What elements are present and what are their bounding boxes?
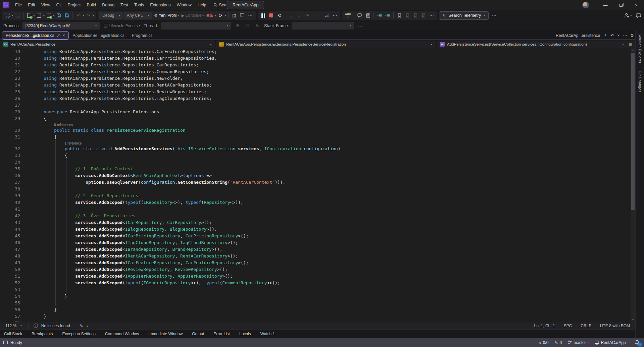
menu-file[interactable]: File xyxy=(12,0,25,10)
selection-margin[interactable] xyxy=(24,192,44,199)
scrollbar-thumb[interactable] xyxy=(631,53,635,210)
step-out-button[interactable]: ↑ xyxy=(311,11,319,19)
selection-margin[interactable] xyxy=(24,152,44,159)
chevron-down-icon[interactable]: ▾ xyxy=(34,14,35,17)
selection-margin[interactable] xyxy=(24,246,44,253)
window-search-button[interactable] xyxy=(239,11,246,19)
selection-margin[interactable] xyxy=(24,102,44,109)
menu-build[interactable]: Build xyxy=(84,0,99,10)
selection-margin[interactable] xyxy=(24,233,44,239)
pin-icon[interactable] xyxy=(603,34,607,37)
code-line-54[interactable]: 54 } xyxy=(0,293,631,300)
profile-dropdown[interactable]: ⚙ Yeni Profil ▾ xyxy=(153,11,180,19)
previous-bookmark-button[interactable] xyxy=(404,11,411,19)
panel-tab-immediate-window[interactable]: Immediate Window xyxy=(148,332,183,336)
code-line-44[interactable]: 44 services.AddScoped<IBlogRepository, B… xyxy=(0,226,631,233)
selection-margin[interactable] xyxy=(24,186,44,192)
code-line-28[interactable]: 28namespace RentACarApp.Persistence.Exte… xyxy=(0,109,631,115)
feedback-button[interactable]: ! ▾ xyxy=(623,11,633,19)
side-tab-git-changes[interactable]: Git Changes xyxy=(638,71,642,92)
solution-platform-dropdown[interactable]: Any CPU▾ xyxy=(124,12,152,19)
selection-margin[interactable] xyxy=(24,62,44,68)
selection-margin[interactable] xyxy=(24,48,44,55)
promote-preview-icon[interactable]: ↶ xyxy=(610,33,614,38)
selection-margin[interactable] xyxy=(24,159,44,166)
type-dropdown[interactable]: C RentACarApp.Persistence.Extensions.Per… xyxy=(216,40,436,48)
scroll-down-arrow-icon[interactable]: ▼ xyxy=(631,318,635,322)
continue-button[interactable]: ▶ Continue ▾ xyxy=(181,11,205,19)
code-line-25[interactable]: 25using RentACarApp.Persistence.Reposito… xyxy=(0,89,631,95)
code-line-46[interactable]: 46 services.AddScoped<ITagCloudRepositor… xyxy=(0,239,631,246)
restart-debugging-button[interactable]: ⟲ xyxy=(276,11,283,19)
chevron-down-icon[interactable]: ▾ xyxy=(215,14,216,17)
restart-application-button[interactable]: ⟳ xyxy=(217,11,224,19)
chevron-down-icon[interactable]: ▾ xyxy=(93,14,94,17)
chevron-down-icon[interactable]: ▾ xyxy=(53,14,55,17)
pending-edits-status[interactable]: ✎ 0 xyxy=(554,340,562,345)
open-file-button[interactable] xyxy=(35,11,43,19)
code-line-50[interactable]: 50 services.AddScoped<IReviewRepository,… xyxy=(0,266,631,273)
selection-margin[interactable] xyxy=(24,239,44,246)
codelens-indicator[interactable]: 0 references xyxy=(0,122,631,127)
panel-tab-locals[interactable]: Locals xyxy=(239,332,251,336)
undo-button[interactable]: ↶ xyxy=(75,11,82,19)
caret-position[interactable]: Ln: 1, Ch: 1 xyxy=(534,324,555,328)
unflag-threads-button[interactable]: ⚐ xyxy=(244,22,251,30)
increase-indent-button[interactable] xyxy=(384,11,391,19)
search-telemetry-box[interactable]: ⚲ Search Telemetry ▾ xyxy=(439,11,488,20)
panel-tab-command-window[interactable]: Command Window xyxy=(105,332,139,336)
selection-margin[interactable] xyxy=(24,280,44,286)
code-line-42[interactable]: 42 // 3. Özel Repositories xyxy=(0,213,631,219)
next-bookmark-button[interactable] xyxy=(412,11,419,19)
repository-selector[interactable]: RentACarApp ▴ xyxy=(595,340,629,345)
tab-persistence-service-registration[interactable]: PersistenceS...gistration.cs × xyxy=(2,31,69,40)
panel-tab-watch-1[interactable]: Watch 1 xyxy=(260,332,275,336)
code-line-27[interactable]: 27 xyxy=(0,102,631,109)
user-avatar[interactable] xyxy=(582,2,589,8)
code-line-26[interactable]: 26using RentACarApp.Persistence.Reposito… xyxy=(0,95,631,102)
close-tab-icon[interactable]: × xyxy=(63,33,65,38)
code-line-48[interactable]: 48 services.AddScoped<IRentACarRepositor… xyxy=(0,253,631,259)
code-line-29[interactable]: 29{ xyxy=(0,115,631,122)
code-line-51[interactable]: 51 services.AddScoped<IAppUserRepository… xyxy=(0,273,631,280)
code-line-39[interactable]: 39 // 2. Genel Repositories xyxy=(0,192,631,199)
selection-margin[interactable] xyxy=(24,179,44,186)
zoom-dropdown[interactable]: 112 %▾ xyxy=(3,324,24,328)
code-line-58[interactable]: 58 xyxy=(0,320,631,322)
send-feedback-button[interactable] xyxy=(635,11,642,19)
selection-margin[interactable] xyxy=(24,55,44,62)
selection-margin[interactable] xyxy=(24,75,44,82)
selection-margin[interactable] xyxy=(24,109,44,115)
step-into-button[interactable]: ↓ xyxy=(295,11,303,19)
chevron-down-icon[interactable]: ▾ xyxy=(83,14,84,17)
menu-help[interactable]: Help xyxy=(195,0,209,10)
menu-git[interactable]: Git xyxy=(53,0,65,10)
minimize-button[interactable]: — xyxy=(598,0,613,10)
preview-document-label[interactable]: RentACarAp...ersistence xyxy=(556,33,600,38)
panel-tab-call-stack[interactable]: Call Stack xyxy=(4,332,22,336)
project-dropdown[interactable]: C# RentACarApp.Persistence ▾ xyxy=(0,40,215,48)
add-new-item-button[interactable]: + xyxy=(45,11,53,19)
close-button[interactable]: × xyxy=(629,0,644,10)
decrease-indent-button[interactable] xyxy=(376,11,383,19)
selection-margin[interactable] xyxy=(24,286,44,293)
code-line-23[interactable]: 23using RentACarApp.Persistence.Reposito… xyxy=(0,75,631,82)
chevron-down-icon[interactable]: ▾ xyxy=(12,14,13,17)
selection-margin[interactable] xyxy=(24,226,44,233)
step-over-button[interactable]: ↷ xyxy=(303,11,311,19)
indent-mode[interactable]: SPC xyxy=(564,324,572,328)
selection-margin[interactable] xyxy=(24,206,44,213)
selection-margin[interactable] xyxy=(24,219,44,226)
code-line-38[interactable]: 38 xyxy=(0,186,631,192)
process-dropdown[interactable]: [32340] RentACarApp.W▾ xyxy=(22,22,100,30)
encoding[interactable]: UTF-8 with BOM xyxy=(600,324,630,328)
clear-bookmarks-button[interactable] xyxy=(420,11,427,19)
code-editor[interactable]: 19using RentACarApp.Persistence.Reposito… xyxy=(0,48,635,322)
menu-view[interactable]: View xyxy=(38,0,53,10)
code-line-45[interactable]: 45 services.AddScoped<ICarPricingReposit… xyxy=(0,233,631,239)
selection-margin[interactable] xyxy=(24,253,44,259)
code-line-19[interactable]: 19using RentACarApp.Persistence.Reposito… xyxy=(0,48,631,55)
code-line-36[interactable]: 36 services.AddDbContext<RentACarAppCont… xyxy=(0,172,631,179)
selection-margin[interactable] xyxy=(24,127,44,134)
show-next-statement-button[interactable]: → xyxy=(287,11,295,19)
